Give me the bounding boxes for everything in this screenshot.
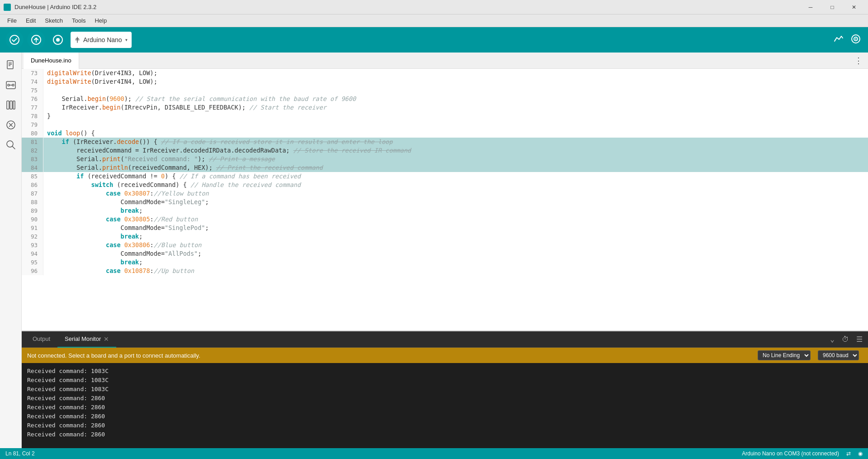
upload-button[interactable]: [27, 31, 45, 49]
serial-status-bar: Not connected. Select a board and a port…: [22, 348, 868, 363]
menu-help[interactable]: Help: [91, 16, 110, 25]
tab-serial-monitor[interactable]: Serial Monitor ✕: [57, 331, 116, 348]
window-controls: ─ □ ✕: [800, 0, 864, 14]
maximize-button[interactable]: □: [822, 0, 843, 14]
status-right: Arduino Nano on COM3 (not connected) ⇄ ◉: [742, 450, 863, 457]
code-line-94: 94 CommandMode="AllPods";: [22, 249, 868, 258]
line-content: digitalWrite(Driver4IN4, LOW);: [43, 77, 157, 86]
tab-output-label: Output: [33, 335, 50, 342]
line-number: 91: [22, 224, 43, 232]
serial-output-line-4: Received command: 2860: [27, 394, 863, 403]
svg-rect-18: [13, 101, 15, 109]
svg-point-13: [8, 84, 9, 86]
serial-output-line-7: Received command: 2860: [27, 421, 863, 430]
line-number: 85: [22, 172, 43, 181]
panel-timer-icon[interactable]: ⏱: [840, 333, 851, 345]
code-line-92: 92 break;: [22, 232, 868, 241]
menu-sketch[interactable]: Sketch: [41, 16, 66, 25]
line-ending-select[interactable]: No Line Ending: [758, 350, 811, 360]
line-number: 82: [22, 146, 43, 155]
serial-monitor-close-icon[interactable]: ✕: [104, 335, 109, 343]
code-line-95: 95 break;: [22, 258, 868, 267]
board-status: Arduino Nano on COM3 (not connected): [742, 450, 839, 457]
line-content: IrReceiver.begin(IRrecvPin, DISABLE_LED_…: [43, 103, 327, 112]
menu-edit[interactable]: Edit: [22, 16, 39, 25]
line-content: Serial.print("Received command: "); // P…: [43, 155, 275, 163]
sidebar-item-search[interactable]: [2, 136, 20, 154]
line-number: 81: [22, 138, 43, 146]
serial-status-message: Not connected. Select a board and a port…: [27, 352, 200, 359]
line-content: case 0x30806://Blue button: [43, 241, 201, 249]
line-content: }: [43, 112, 51, 120]
line-content: digitalWrite(Driver4IN3, LOW);: [43, 69, 157, 77]
svg-line-23: [12, 146, 15, 149]
line-number: 83: [22, 155, 43, 163]
menu-file[interactable]: File: [4, 16, 20, 25]
verify-button[interactable]: [5, 31, 24, 49]
menu-tools[interactable]: Tools: [68, 16, 89, 25]
line-number: 92: [22, 232, 43, 241]
sidebar-item-board-manager[interactable]: [2, 76, 20, 94]
serial-output[interactable]: Received command: 1083C Received command…: [22, 363, 868, 448]
line-content: CommandMode="SingleLeg";: [43, 198, 209, 206]
code-line-90: 90 case 0x30805://Red button: [22, 215, 868, 224]
tab-more-icon[interactable]: ⋮: [851, 56, 866, 65]
line-content: switch (receivedCommand) { // Handle the…: [43, 181, 301, 189]
serial-output-line-6: Received command: 2860: [27, 412, 863, 421]
status-bar: Ln 81, Col 2 Arduino Nano on COM3 (not c…: [0, 448, 868, 459]
line-number: 75: [22, 86, 43, 95]
serial-controls: No Line Ending 9600 baud: [758, 350, 863, 360]
code-line-76: 76 Serial.begin(9600); // Start the seri…: [22, 95, 868, 103]
code-line-84: 84 Serial.println(receivedCommand, HEX);…: [22, 163, 868, 172]
code-line-75: 75: [22, 86, 868, 95]
line-content: [43, 120, 51, 129]
line-number: 84: [22, 163, 43, 172]
line-number: 95: [22, 258, 43, 267]
minimize-button[interactable]: ─: [800, 0, 821, 14]
code-line-78: 78 }: [22, 112, 868, 120]
line-number: 80: [22, 129, 43, 138]
code-line-82: 82 receivedCommand = IrReceiver.decodedI…: [22, 146, 868, 155]
code-line-80: 80 void loop() {: [22, 129, 868, 138]
line-number: 96: [22, 267, 43, 275]
code-line-88: 88 CommandMode="SingleLeg";: [22, 198, 868, 206]
close-button[interactable]: ✕: [844, 0, 864, 14]
serial-output-line-8: Received command: 2860: [27, 430, 863, 439]
line-content: if (IrReceiver.decode()) { // If a code …: [43, 138, 393, 146]
line-content: [43, 86, 51, 95]
baud-rate-select[interactable]: 9600 baud: [818, 350, 859, 360]
sidebar-item-debug[interactable]: [2, 116, 20, 134]
code-line-86: 86 switch (receivedCommand) { // Handle …: [22, 181, 868, 189]
code-container: DuneHouse.ino ⋮ 73 digitalWrite(Driver4I…: [22, 53, 868, 448]
panel-menu-icon[interactable]: ☰: [854, 333, 864, 345]
code-line-77: 77 IrReceiver.begin(IRrecvPin, DISABLE_L…: [22, 103, 868, 112]
board-selector[interactable]: Arduino Nano ▾: [71, 32, 132, 48]
line-content: Serial.println(receivedCommand, HEX); //…: [43, 163, 323, 172]
sidebar-item-sketchbook[interactable]: [2, 56, 20, 74]
line-content: case 0x30807://Yellow button: [43, 189, 209, 198]
line-number: 73: [22, 69, 43, 77]
tab-serial-label: Serial Monitor: [65, 335, 101, 342]
line-number: 88: [22, 198, 43, 206]
code-line-96: 96 case 0x10878://Up button: [22, 267, 868, 275]
board-dropdown-icon: ▾: [125, 37, 128, 43]
active-tab[interactable]: DuneHouse.ino: [24, 53, 79, 69]
sidebar-item-library-manager[interactable]: [2, 96, 20, 114]
code-editor[interactable]: 73 digitalWrite(Driver4IN3, LOW); 74 dig…: [22, 69, 868, 330]
line-number: 77: [22, 103, 43, 112]
line-number: 78: [22, 112, 43, 120]
line-content: break;: [43, 232, 142, 241]
serial-plotter-button[interactable]: [832, 32, 845, 48]
code-line-79: 79: [22, 120, 868, 129]
tab-output[interactable]: Output: [25, 331, 57, 348]
title-bar: DuneHouse | Arduino IDE 2.3.2 ─ □ ✕: [0, 0, 868, 14]
panel-collapse-icon[interactable]: ⌄: [828, 333, 836, 345]
board-name: Arduino Nano: [83, 36, 122, 43]
bottom-panel: Output Serial Monitor ✕ ⌄ ⏱ ☰ Not connec…: [22, 330, 868, 448]
code-line-81: 81 if (IrReceiver.decode()) { // If a co…: [22, 138, 868, 146]
serial-monitor-button[interactable]: [849, 32, 863, 48]
debugger-button[interactable]: [49, 31, 67, 49]
status-upload-icon[interactable]: ⇄: [846, 450, 851, 457]
status-debug-icon[interactable]: ◉: [858, 450, 863, 457]
line-number: 94: [22, 249, 43, 258]
